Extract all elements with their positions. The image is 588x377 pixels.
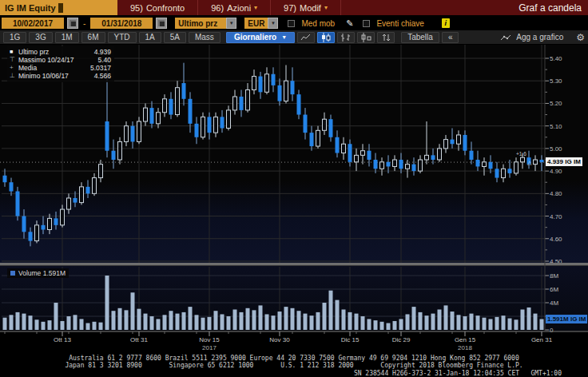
volume-bar — [457, 315, 461, 330]
med-mob-checkbox[interactable] — [288, 20, 295, 27]
volume-bar — [502, 315, 506, 330]
x-axis-label: Nov 30 — [269, 336, 290, 343]
candle-down — [189, 99, 193, 124]
candle-up — [457, 135, 461, 144]
candle-up — [67, 198, 71, 209]
candle-up — [118, 141, 122, 160]
candle-up — [483, 162, 487, 167]
candle-down — [489, 162, 493, 169]
x-axis-label: Ott 31 — [130, 336, 148, 343]
menu-item-azioni[interactable]: 96) Azioni ▾ — [198, 0, 271, 15]
calendar-icon[interactable] — [156, 18, 167, 29]
price-field-value: Ultimo prz — [175, 18, 226, 29]
candle-down — [29, 232, 33, 240]
volume-bar — [399, 319, 403, 330]
y-axis-label: 5.30 — [550, 77, 562, 85]
ohlc-bar-chart-icon[interactable] — [337, 32, 355, 43]
candle-up — [93, 178, 97, 194]
candle-up — [425, 155, 429, 160]
volume-bar — [42, 322, 46, 330]
x-axis-label: Ott 13 — [54, 336, 71, 343]
volume-bar — [214, 311, 218, 330]
candlestick-chart-icon[interactable] — [317, 32, 335, 43]
candle-up — [176, 88, 180, 115]
tabella-button[interactable]: Tabella — [401, 32, 439, 43]
candle-down — [42, 225, 46, 230]
volume-bar — [189, 307, 193, 330]
menu-item-confronto[interactable]: 95) Confronto — [117, 0, 198, 15]
x-axis-label: Nov 15 — [199, 336, 220, 343]
x-axis-year-label: 2017 — [202, 344, 217, 351]
eventi-chiave-checkbox[interactable] — [363, 20, 370, 27]
period-value: Giornaliero — [234, 33, 276, 42]
chevron-down-icon: ▼ — [268, 18, 278, 29]
menu-item-modif[interactable]: 97) Modif ▾ — [271, 0, 341, 15]
candle-down — [150, 108, 154, 124]
range-button-5a[interactable]: 5A — [164, 32, 186, 43]
volume-bar — [86, 323, 90, 331]
volume-bar — [483, 318, 487, 330]
compare-arrows-icon[interactable] — [377, 32, 395, 43]
candle-down — [329, 119, 333, 137]
candle-down — [278, 85, 282, 101]
menu-key: 95) — [130, 3, 143, 13]
range-button-1a[interactable]: 1A — [139, 32, 161, 43]
collapse-panel-button[interactable]: « — [442, 32, 459, 43]
volume-bar — [336, 300, 340, 330]
volume-bar — [425, 315, 429, 330]
chevron-down-icon: ▼ — [281, 34, 287, 40]
volume-bar — [233, 310, 237, 331]
line-chart-icon[interactable] — [297, 32, 315, 43]
volume-bar — [329, 291, 333, 330]
candle-down — [476, 160, 480, 166]
status-line-3: SN 238544 H266-373-2 31-Jan-18 12:04:35 … — [0, 370, 588, 377]
candle-up — [201, 117, 205, 137]
panel-splitter[interactable] — [0, 263, 588, 266]
range-button-3g[interactable]: 3G — [29, 32, 52, 43]
range-button-mass[interactable]: Mass — [189, 32, 220, 43]
volume-bar — [514, 319, 518, 330]
range-button-1m[interactable]: 1M — [55, 32, 79, 43]
volume-bar — [265, 314, 269, 330]
candle-up — [144, 108, 148, 121]
volume-bar — [284, 307, 288, 330]
candle-volume-chart-icon[interactable] — [357, 32, 375, 43]
annotate-pencil-icon[interactable]: ✎ — [346, 18, 353, 29]
currency-select[interactable]: EUR ▼ — [244, 18, 278, 29]
price-field-select[interactable]: Ultimo prz ▼ — [175, 18, 236, 29]
y-axis-label: 5.20 — [550, 100, 562, 107]
candle-up — [406, 165, 410, 169]
candle-down — [86, 187, 90, 193]
legend-value: 4.566 — [84, 72, 111, 80]
gear-icon[interactable]: ⚙ — [576, 33, 585, 42]
range-button-ytd[interactable]: YTD — [108, 32, 137, 43]
volume-bar — [431, 314, 435, 330]
candle-down — [387, 162, 391, 167]
candle-up — [438, 149, 442, 160]
security-ticker-input[interactable]: IG IM Equity — [0, 0, 117, 15]
legend-value: 5.40 — [84, 56, 111, 64]
candle-down — [540, 160, 544, 162]
date-from-input[interactable]: 10/02/2017 — [2, 18, 64, 29]
volume-axis-label: 8M — [550, 272, 558, 280]
candle-down — [240, 97, 244, 110]
legend-label: Massimo 10/24/17 — [18, 56, 84, 64]
date-to-input[interactable]: 01/31/2018 — [90, 18, 153, 29]
status-line-1: Australia 61 2 9777 8600 Brazil 5511 239… — [0, 355, 588, 362]
volume-bar — [406, 314, 410, 330]
volume-bar — [131, 292, 135, 330]
range-button-1g[interactable]: 1G — [3, 32, 26, 43]
candle-up — [35, 225, 39, 241]
agg-a-grafico-button[interactable]: Agg a grafico — [500, 33, 571, 42]
volume-bar — [10, 315, 14, 330]
range-button-6m[interactable]: 6M — [81, 32, 105, 43]
chart-area: 5.405.305.205.105.004.904.804.704.604.50… — [0, 45, 588, 355]
info-badge[interactable]: i — [442, 18, 450, 28]
volume-bar — [278, 312, 282, 330]
candle-down — [208, 117, 212, 133]
chart-canvas[interactable]: 5.405.305.205.105.004.904.804.704.604.50… — [0, 45, 588, 355]
period-select[interactable]: Giornaliero ▼ — [226, 32, 295, 43]
volume-bar — [368, 319, 371, 330]
volume-bar — [220, 314, 224, 330]
calendar-icon[interactable] — [67, 18, 78, 29]
